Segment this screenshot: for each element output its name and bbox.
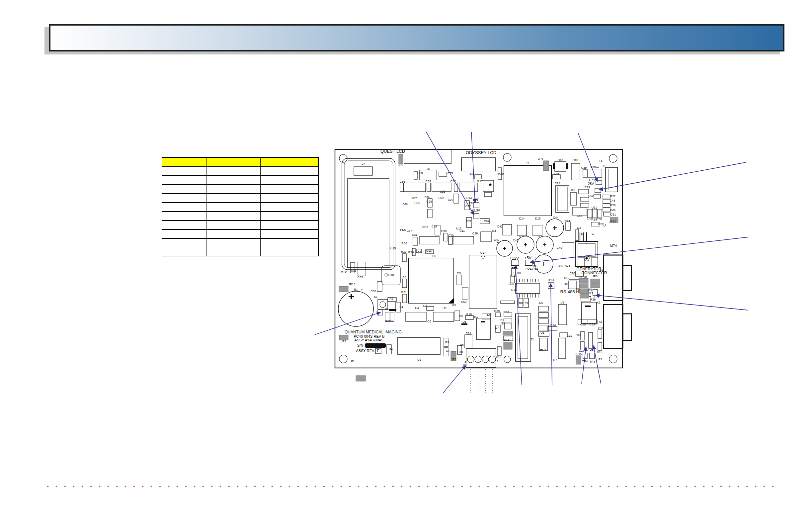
- silkscreen-label-u22: U22: [438, 196, 444, 200]
- silkscreen-label-jp5: JP5: [341, 340, 346, 343]
- silkscreen-label-r24: R24: [565, 219, 570, 223]
- silkscreen-label-t1: T1: [526, 161, 530, 165]
- table-row: [162, 185, 318, 194]
- silkscreen-label-+: +: [538, 234, 540, 238]
- table-cell: [162, 167, 206, 176]
- silkscreen-label-u24: U24: [491, 229, 496, 233]
- silkscreen-label-d14: D14: [519, 217, 525, 220]
- silkscreen-label-c18: C18: [458, 350, 463, 354]
- silkscreen-label-r3: R3: [385, 319, 389, 323]
- jumper-jp2: [399, 154, 403, 164]
- silkscreen-label-c12: C12: [598, 326, 604, 330]
- silkscreen-label-mt4: MT4: [610, 244, 617, 248]
- silkscreen-label-j2: J2: [531, 338, 534, 341]
- table-cell: [206, 202, 260, 212]
- silkscreen-label-f3: F3: [599, 159, 603, 162]
- silkscreen-label-tp3: TP3: [590, 360, 595, 363]
- silkscreen-label-c56: C56: [400, 180, 405, 183]
- silkscreen-label-+: +: [419, 175, 421, 178]
- silkscreen-label-jp15: JP15: [575, 352, 582, 356]
- silkscreen-label-f1: F1: [351, 360, 355, 363]
- table-row: [162, 212, 318, 221]
- silkscreen-label-r30: R30: [597, 217, 602, 221]
- silkscreen-label-c48: C48: [610, 199, 615, 202]
- silkscreen-label-d12: D12: [570, 188, 575, 191]
- silkscreen-label-r31: R31: [401, 290, 407, 294]
- silkscreen-label-d15: D15: [535, 217, 541, 220]
- silkscreen-label-d6: D6: [487, 313, 491, 316]
- silkscreen-label-r21: R21: [555, 182, 560, 185]
- silkscreen-label-jp3: JP3: [451, 358, 456, 361]
- silkscreen-label-pd3: PD3: [401, 242, 407, 245]
- table-cell: [206, 185, 260, 194]
- silkscreen-label-c25: C25: [448, 198, 453, 202]
- silkscreen-label-pd11: PD11: [525, 267, 533, 270]
- silkscreen-label-c7: C7: [446, 349, 450, 352]
- silkscreen-label-jp4: JP4: [538, 157, 543, 160]
- silkscreen-label-d13: D13: [558, 158, 563, 162]
- silkscreen-label-+: +: [534, 256, 536, 260]
- silkscreen-label-r14: R14: [466, 332, 472, 335]
- silkscreen-label-rn1: RN1: [540, 349, 546, 352]
- silkscreen-label-c22: C22: [465, 204, 471, 208]
- silkscreen-label-r7: R7: [500, 318, 504, 322]
- silkscreen-label-j7: J7: [362, 162, 365, 165]
- silkscreen-label-u7: U7: [553, 358, 557, 361]
- table-cell: [206, 194, 260, 202]
- silkscreen-label-c52: C52: [588, 194, 594, 198]
- silkscreen-label-d: D: [603, 224, 606, 227]
- off-board-jumper: [356, 375, 365, 381]
- silkscreen-label-pd4: PD4: [424, 195, 430, 199]
- jumper-jp13: [339, 286, 348, 292]
- silkscreen-label-tp4: TP4: [582, 360, 588, 363]
- silkscreen-label-r33: R33: [504, 311, 509, 314]
- silkscreen-label-jp8: JP8: [592, 275, 597, 278]
- silkscreen-label-r26: R26: [610, 203, 616, 207]
- silkscreen-label-c51: C51: [610, 213, 616, 216]
- silkscreen-label-pd10: PD10: [513, 271, 521, 275]
- silkscreen-label-1: 1: [497, 360, 498, 363]
- silkscreen-label-c16: C16: [597, 350, 603, 354]
- silkscreen-label-q3: Q3: [501, 322, 505, 325]
- table-cell: [206, 239, 260, 256]
- silkscreen-label-r25: R25: [610, 208, 616, 212]
- silkscreen-label-k2: K2: [597, 301, 600, 304]
- silkscreen-label-r19: R19: [584, 186, 590, 189]
- silkscreen-label-pd5: PD5: [400, 228, 406, 231]
- silkscreen-label-j6: J6: [426, 167, 430, 171]
- silkscreen-label-r38: R38: [590, 298, 596, 301]
- silkscreen-label-r4: R4: [389, 347, 393, 351]
- table-cell: [162, 239, 206, 256]
- silkscreen-label-c10: C10: [564, 276, 570, 280]
- silkscreen-label-c46: C46: [554, 172, 560, 175]
- silkscreen-label-cmc1: CMC1: [590, 165, 599, 168]
- silkscreen-label-r5: R5: [445, 341, 449, 344]
- silkscreen-label-u3: U3: [452, 303, 456, 307]
- document-page: QUEST LCDODYSSEY LCDJ7JP2J6C28+C55C56C54…: [0, 0, 812, 526]
- silkscreen-label-r27: R27: [598, 223, 604, 226]
- silkscreen-label-f2: F2: [598, 358, 602, 361]
- silkscreen-label-28v: 28V: [588, 182, 594, 186]
- silkscreen-label-pd8: PD8: [402, 202, 408, 205]
- silkscreen-label-j3: J3: [599, 268, 603, 271]
- silkscreen-label-c37: C37: [407, 229, 412, 232]
- table-cell: [206, 176, 260, 185]
- silkscreen-label-c8: C8: [427, 320, 431, 323]
- table-cell: [206, 221, 260, 229]
- jumper-jp5: [339, 335, 348, 340]
- silkscreen-label-b1: B1: [354, 288, 358, 291]
- silkscreen-label-u13: U13: [426, 249, 432, 252]
- silkscreen-label-r22: R22: [610, 195, 616, 198]
- table-cell: [206, 167, 260, 176]
- table-cell: [162, 212, 206, 221]
- silkscreen-label-d5: D5: [539, 301, 543, 304]
- silkscreen-label-mt9: MT9: [340, 270, 347, 273]
- silkscreen-label-q2: Q2: [577, 226, 581, 229]
- silkscreen-label-tp5: TP5: [589, 178, 595, 182]
- table-cell: [162, 229, 206, 239]
- silkscreen-label-u21: U21: [592, 206, 597, 209]
- silkscreen-label-c20: C20: [448, 234, 454, 237]
- silkscreen-label-c39: C39: [581, 166, 587, 169]
- silkscreen-label-r17: R17: [477, 180, 483, 183]
- silkscreen-label-u5: U5: [443, 307, 447, 310]
